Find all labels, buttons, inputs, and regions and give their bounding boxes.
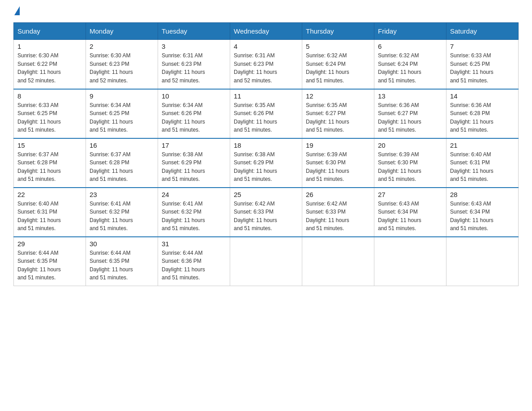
day-number: 28: [450, 191, 515, 198]
day-number: 1: [17, 43, 82, 50]
day-number: 19: [306, 141, 370, 149]
calendar-cell: 23Sunrise: 6:41 AMSunset: 6:32 PMDayligh…: [86, 188, 158, 237]
calendar-cell: 20Sunrise: 6:39 AMSunset: 6:30 PMDayligh…: [374, 138, 446, 188]
day-info: Sunrise: 6:36 AMSunset: 6:28 PMDaylight:…: [450, 101, 515, 134]
calendar-cell: [230, 237, 302, 286]
day-number: 3: [162, 43, 226, 50]
calendar-cell: 12Sunrise: 6:35 AMSunset: 6:27 PMDayligh…: [302, 89, 374, 138]
day-number: 7: [450, 43, 515, 50]
calendar-cell: 17Sunrise: 6:38 AMSunset: 6:29 PMDayligh…: [158, 138, 230, 188]
calendar-cell: 16Sunrise: 6:37 AMSunset: 6:28 PMDayligh…: [86, 138, 158, 188]
day-number: 17: [162, 141, 226, 149]
header-monday: Monday: [86, 23, 158, 40]
day-number: 31: [162, 240, 226, 248]
calendar-cell: [302, 237, 374, 286]
calendar-cell: 5Sunrise: 6:32 AMSunset: 6:24 PMDaylight…: [302, 40, 374, 89]
calendar-cell: 7Sunrise: 6:33 AMSunset: 6:25 PMDaylight…: [446, 40, 519, 89]
day-info: Sunrise: 6:36 AMSunset: 6:27 PMDaylight:…: [378, 101, 442, 134]
day-number: 20: [378, 141, 442, 149]
day-info: Sunrise: 6:44 AMSunset: 6:36 PMDaylight:…: [162, 249, 226, 282]
calendar-cell: 25Sunrise: 6:42 AMSunset: 6:33 PMDayligh…: [230, 188, 302, 237]
calendar-cell: 1Sunrise: 6:30 AMSunset: 6:22 PMDaylight…: [14, 40, 86, 89]
day-info: Sunrise: 6:34 AMSunset: 6:26 PMDaylight:…: [162, 101, 226, 134]
day-number: 8: [17, 92, 82, 100]
day-info: Sunrise: 6:35 AMSunset: 6:27 PMDaylight:…: [306, 101, 370, 134]
day-info: Sunrise: 6:30 AMSunset: 6:22 PMDaylight:…: [17, 51, 82, 85]
calendar-week-row: 29Sunrise: 6:44 AMSunset: 6:35 PMDayligh…: [14, 237, 519, 286]
day-number: 10: [162, 92, 226, 100]
day-number: 27: [378, 191, 442, 198]
calendar-week-row: 8Sunrise: 6:33 AMSunset: 6:25 PMDaylight…: [14, 89, 519, 138]
day-info: Sunrise: 6:37 AMSunset: 6:28 PMDaylight:…: [17, 150, 82, 184]
calendar-cell: 26Sunrise: 6:42 AMSunset: 6:33 PMDayligh…: [302, 188, 374, 237]
day-number: 30: [90, 240, 154, 248]
day-number: 24: [162, 191, 226, 198]
day-info: Sunrise: 6:43 AMSunset: 6:34 PMDaylight:…: [450, 200, 515, 233]
calendar-cell: 21Sunrise: 6:40 AMSunset: 6:31 PMDayligh…: [446, 138, 519, 188]
day-info: Sunrise: 6:41 AMSunset: 6:32 PMDaylight:…: [162, 200, 226, 233]
calendar-table: SundayMondayTuesdayWednesdayThursdayFrid…: [13, 22, 519, 286]
header-friday: Friday: [374, 23, 446, 40]
day-info: Sunrise: 6:39 AMSunset: 6:30 PMDaylight:…: [378, 150, 442, 184]
day-info: Sunrise: 6:33 AMSunset: 6:25 PMDaylight:…: [450, 51, 515, 85]
day-info: Sunrise: 6:43 AMSunset: 6:34 PMDaylight:…: [378, 200, 442, 233]
day-number: 13: [378, 92, 442, 100]
calendar-cell: 29Sunrise: 6:44 AMSunset: 6:35 PMDayligh…: [14, 237, 86, 286]
day-number: 14: [450, 92, 515, 100]
day-info: Sunrise: 6:33 AMSunset: 6:25 PMDaylight:…: [17, 101, 82, 134]
calendar-cell: 22Sunrise: 6:40 AMSunset: 6:31 PMDayligh…: [14, 188, 86, 237]
calendar-header-row: SundayMondayTuesdayWednesdayThursdayFrid…: [14, 23, 519, 40]
day-number: 29: [17, 240, 82, 248]
calendar-cell: 24Sunrise: 6:41 AMSunset: 6:32 PMDayligh…: [158, 188, 230, 237]
calendar-cell: 8Sunrise: 6:33 AMSunset: 6:25 PMDaylight…: [14, 89, 86, 138]
calendar-cell: 10Sunrise: 6:34 AMSunset: 6:26 PMDayligh…: [158, 89, 230, 138]
day-number: 15: [17, 141, 82, 149]
calendar-cell: 27Sunrise: 6:43 AMSunset: 6:34 PMDayligh…: [374, 188, 446, 237]
calendar-week-row: 1Sunrise: 6:30 AMSunset: 6:22 PMDaylight…: [14, 40, 519, 89]
day-number: 12: [306, 92, 370, 100]
day-info: Sunrise: 6:40 AMSunset: 6:31 PMDaylight:…: [17, 200, 82, 233]
day-number: 25: [234, 191, 298, 198]
calendar-cell: 9Sunrise: 6:34 AMSunset: 6:25 PMDaylight…: [86, 89, 158, 138]
calendar-cell: 4Sunrise: 6:31 AMSunset: 6:23 PMDaylight…: [230, 40, 302, 89]
day-number: 11: [234, 92, 298, 100]
day-info: Sunrise: 6:44 AMSunset: 6:35 PMDaylight:…: [90, 249, 154, 282]
calendar-cell: 14Sunrise: 6:36 AMSunset: 6:28 PMDayligh…: [446, 89, 519, 138]
calendar-cell: 30Sunrise: 6:44 AMSunset: 6:35 PMDayligh…: [86, 237, 158, 286]
day-number: 2: [90, 43, 154, 50]
day-number: 4: [234, 43, 298, 50]
logo-triangle-icon: [14, 6, 20, 15]
calendar-cell: 31Sunrise: 6:44 AMSunset: 6:36 PMDayligh…: [158, 237, 230, 286]
day-info: Sunrise: 6:31 AMSunset: 6:23 PMDaylight:…: [234, 51, 298, 85]
day-info: Sunrise: 6:38 AMSunset: 6:29 PMDaylight:…: [234, 150, 298, 184]
calendar-cell: 15Sunrise: 6:37 AMSunset: 6:28 PMDayligh…: [14, 138, 86, 188]
day-info: Sunrise: 6:37 AMSunset: 6:28 PMDaylight:…: [90, 150, 154, 184]
day-number: 26: [306, 191, 370, 198]
day-info: Sunrise: 6:35 AMSunset: 6:26 PMDaylight:…: [234, 101, 298, 134]
day-info: Sunrise: 6:34 AMSunset: 6:25 PMDaylight:…: [90, 101, 154, 134]
day-number: 18: [234, 141, 298, 149]
calendar-cell: 28Sunrise: 6:43 AMSunset: 6:34 PMDayligh…: [446, 188, 519, 237]
day-info: Sunrise: 6:44 AMSunset: 6:35 PMDaylight:…: [17, 249, 82, 282]
day-info: Sunrise: 6:39 AMSunset: 6:30 PMDaylight:…: [306, 150, 370, 184]
day-info: Sunrise: 6:40 AMSunset: 6:31 PMDaylight:…: [450, 150, 515, 184]
calendar-cell: 18Sunrise: 6:38 AMSunset: 6:29 PMDayligh…: [230, 138, 302, 188]
calendar-cell: 2Sunrise: 6:30 AMSunset: 6:23 PMDaylight…: [86, 40, 158, 89]
day-number: 5: [306, 43, 370, 50]
day-info: Sunrise: 6:42 AMSunset: 6:33 PMDaylight:…: [306, 200, 370, 233]
day-number: 6: [378, 43, 442, 50]
day-info: Sunrise: 6:42 AMSunset: 6:33 PMDaylight:…: [234, 200, 298, 233]
calendar-cell: 19Sunrise: 6:39 AMSunset: 6:30 PMDayligh…: [302, 138, 374, 188]
day-info: Sunrise: 6:32 AMSunset: 6:24 PMDaylight:…: [378, 51, 442, 85]
calendar-week-row: 22Sunrise: 6:40 AMSunset: 6:31 PMDayligh…: [14, 188, 519, 237]
header-tuesday: Tuesday: [158, 23, 230, 40]
page-header: [13, 9, 519, 13]
calendar-cell: 11Sunrise: 6:35 AMSunset: 6:26 PMDayligh…: [230, 89, 302, 138]
day-info: Sunrise: 6:31 AMSunset: 6:23 PMDaylight:…: [162, 51, 226, 85]
calendar-week-row: 15Sunrise: 6:37 AMSunset: 6:28 PMDayligh…: [14, 138, 519, 188]
calendar-cell: 3Sunrise: 6:31 AMSunset: 6:23 PMDaylight…: [158, 40, 230, 89]
day-info: Sunrise: 6:38 AMSunset: 6:29 PMDaylight:…: [162, 150, 226, 184]
day-number: 23: [90, 191, 154, 198]
day-number: 22: [17, 191, 82, 198]
day-info: Sunrise: 6:41 AMSunset: 6:32 PMDaylight:…: [90, 200, 154, 233]
